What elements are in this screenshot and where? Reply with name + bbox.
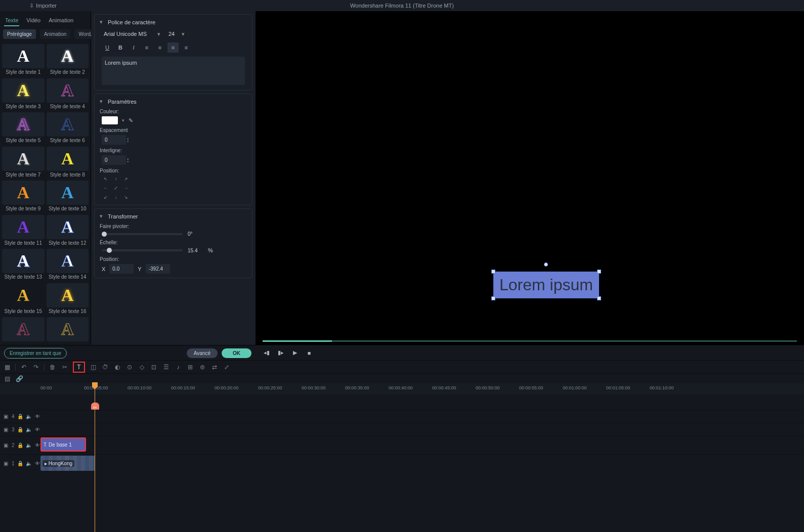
mask-icon[interactable]: ⊡ [150,363,158,371]
text-clip[interactable]: T De base 1 [40,437,86,452]
text-style-item[interactable]: AStyle de texte 13 [2,249,45,281]
subtab-prereglage[interactable]: Préréglage [3,29,36,39]
scale-slider[interactable] [102,249,183,251]
anchor-tc[interactable]: ↑ [112,175,120,183]
redo-icon[interactable]: ↷ [32,363,40,371]
speed-icon[interactable]: ⏱ [101,363,109,371]
font-family-select[interactable]: Arial Unicode MS▾ [102,29,162,38]
pos-y-input[interactable] [146,264,170,274]
align-justify-button[interactable]: ≡ [181,42,192,53]
italic-button[interactable]: I [128,42,139,53]
color-swatch[interactable] [102,116,118,124]
eye-icon[interactable]: 👁 [35,442,40,448]
stop-button[interactable]: ■ [305,349,313,357]
text-style-item[interactable]: AStyle de texte 4 [47,78,89,111]
audio-icon[interactable]: ♪ [174,363,182,371]
text-style-item[interactable]: AStyle de texte 15 [2,283,45,316]
eye-icon[interactable]: 👁 [35,414,40,419]
text-style-item[interactable]: AStyle de texte 12 [47,215,89,247]
lock-icon[interactable]: 🔒 [18,461,23,466]
text-style-item[interactable]: A [2,317,45,343]
pos-x-input[interactable] [109,264,134,274]
subtab-animation[interactable]: Animation [40,29,70,39]
grid-icon[interactable]: ▦ [3,363,11,371]
resize-handle[interactable] [491,270,495,274]
keyframe-icon[interactable]: ◇ [138,363,146,371]
text-tool-icon[interactable]: T [75,363,83,371]
text-style-item[interactable]: AStyle de texte 5 [2,112,45,145]
resize-handle[interactable] [597,270,601,274]
cut-icon[interactable]: ✂ [61,363,69,371]
align-right-button[interactable]: ≡ [167,42,179,53]
anchor-tr[interactable]: ↗ [122,175,130,183]
anchor-mr[interactable]: → [122,185,130,192]
anchor-bc[interactable]: ↓ [112,194,120,201]
tool-icon[interactable]: ⊞ [186,363,194,371]
save-as-button[interactable]: Enregistrer en tant que [4,348,67,359]
play-button[interactable]: ▶ [291,349,299,357]
text-style-item[interactable]: AStyle de texte 16 [47,283,89,316]
text-style-item[interactable]: AStyle de texte 8 [47,147,89,179]
color-icon[interactable]: ◐ [113,363,121,371]
timer-icon[interactable]: ⊙ [125,363,134,371]
text-style-item[interactable]: AStyle de texte 11 [2,215,45,247]
anchor-tl[interactable]: ↖ [102,175,110,183]
step-back-button[interactable]: ◂▮ [263,349,271,357]
eye-icon[interactable]: 👁 [35,461,40,466]
text-style-item[interactable]: AStyle de texte 6 [47,112,89,145]
text-overlay[interactable]: Lorem ipsum [493,272,599,298]
delete-icon[interactable]: 🗑 [49,363,57,371]
rotate-slider[interactable] [102,233,183,235]
lock-icon[interactable]: 🔒 [18,427,23,432]
bold-button[interactable]: B [115,42,126,53]
section-transformer-header[interactable]: ▾ Transformer [100,213,247,219]
expand-icon[interactable]: ⤢ [223,363,231,371]
anchor-ml[interactable]: ← [102,185,110,192]
preview-seek-bar[interactable] [263,340,797,342]
underline-button[interactable]: U [102,42,113,53]
eyedropper-icon[interactable]: ✎ [129,117,133,124]
ok-button[interactable]: OK [222,348,251,358]
tab-texte[interactable]: Texte [4,15,19,26]
text-style-item[interactable]: AStyle de texte 9 [2,181,45,213]
list-icon[interactable]: ☰ [162,363,170,371]
align-center-button[interactable]: ≡ [154,42,165,53]
mute-icon[interactable]: 🔈 [26,427,32,432]
text-style-item[interactable]: AStyle de texte 7 [2,147,45,179]
text-style-item[interactable]: AStyle de texte 10 [47,181,89,213]
preview-canvas[interactable]: Lorem ipsum [256,11,804,345]
text-style-item[interactable]: AStyle de texte 3 [2,78,45,111]
timeline-ruler[interactable]: 00:00 00:00:05:00 00:00:10:00 00:00:15:0… [0,383,804,394]
lock-icon[interactable]: 🔒 [18,414,23,419]
video-clip[interactable]: ▸ HongKong [40,456,95,471]
import-button[interactable]: ⇩ Importer [25,2,61,10]
layers-icon[interactable]: ▤ [3,375,11,383]
text-content-input[interactable] [102,57,245,85]
spinner-icon[interactable]: ▴▾ [127,137,129,143]
spinner-icon[interactable]: ▴▾ [127,157,129,163]
font-size-select[interactable]: 24▾ [166,29,187,38]
anchor-br[interactable]: ↘ [122,194,130,201]
section-parametres-header[interactable]: ▾ Paramètres [100,98,247,105]
spacing-input[interactable] [102,135,126,145]
tab-animation[interactable]: Animation [48,15,74,26]
eye-icon[interactable]: 👁 [35,427,40,432]
anchor-bl[interactable]: ↙ [102,194,110,201]
resize-handle[interactable] [597,296,601,300]
lock-icon[interactable]: 🔒 [18,442,23,448]
caret-icon[interactable]: ▾ [122,118,124,123]
playhead[interactable] [95,383,95,532]
anchor-mc[interactable]: ⤢ [112,185,120,192]
undo-icon[interactable]: ↶ [20,363,28,371]
lineheight-input[interactable] [102,155,126,165]
mute-icon[interactable]: 🔈 [26,461,32,466]
text-style-item[interactable]: AStyle de texte 1 [2,44,45,76]
link-icon[interactable]: ⇄ [210,363,219,371]
text-style-item[interactable]: AStyle de texte 2 [47,44,89,76]
record-icon[interactable]: ⊚ [198,363,206,371]
crop-icon[interactable]: ◫ [89,363,97,371]
align-left-button[interactable]: ≡ [141,42,152,53]
text-style-item[interactable]: AStyle de texte 14 [47,249,89,281]
resize-handle[interactable] [491,296,495,300]
tab-video[interactable]: Vidéo [25,15,41,26]
